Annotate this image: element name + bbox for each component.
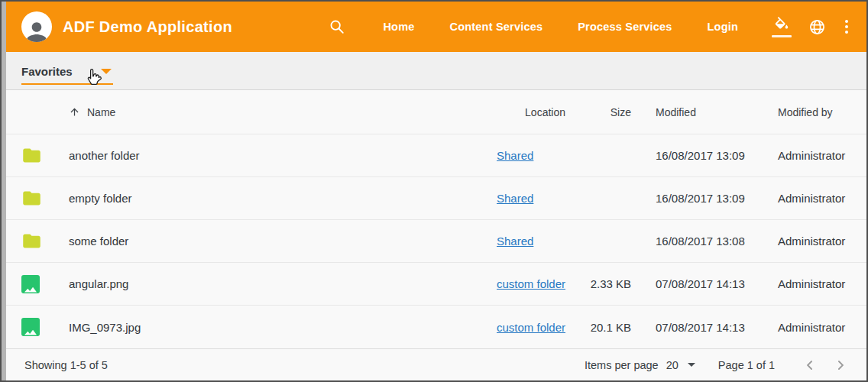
- current-view-label: Favorites: [21, 65, 73, 78]
- modified-date: 16/08/2017 13:09: [631, 149, 770, 162]
- view-selector-strip: Favorites: [6, 52, 866, 90]
- table-row[interactable]: empty folder Shared 16/08/2017 13:09 Adm…: [6, 177, 866, 220]
- location-link[interactable]: custom folder: [497, 321, 565, 334]
- modified-date: 07/08/2017 14:13: [631, 321, 770, 334]
- user-avatar-icon: [23, 18, 50, 42]
- view-dropdown[interactable]: Favorites: [21, 65, 113, 85]
- language-button[interactable]: [800, 18, 834, 36]
- table-row[interactable]: IMG_0973.jpg custom folder 20.1 KB 07/08…: [6, 306, 866, 348]
- table-body: another folder Shared 16/08/2017 13:09 A…: [6, 134, 866, 348]
- avatar[interactable]: [21, 11, 52, 42]
- modified-column-header[interactable]: Modified: [631, 106, 770, 118]
- location-link[interactable]: custom folder: [497, 277, 565, 290]
- chevron-left-icon: [802, 358, 818, 373]
- select-caret-icon: [688, 363, 695, 367]
- showing-count: Showing 1-5 of 5: [24, 359, 108, 371]
- nav-item-login[interactable]: Login: [690, 13, 756, 40]
- main-nav: Home Content Services Process Services L…: [365, 13, 756, 40]
- folder-icon: [21, 188, 42, 209]
- file-name[interactable]: some folder: [69, 235, 497, 248]
- next-page-button[interactable]: [825, 354, 856, 376]
- items-per-page-select[interactable]: Items per page 20: [585, 359, 695, 371]
- nav-item-content-services[interactable]: Content Services: [432, 13, 561, 40]
- file-name[interactable]: empty folder: [69, 192, 497, 205]
- modified-by: Administrator: [770, 277, 866, 290]
- location-link[interactable]: Shared: [497, 192, 533, 205]
- more-menu-icon: [845, 20, 848, 23]
- search-button[interactable]: [329, 18, 345, 35]
- header-icons: [763, 17, 854, 37]
- folder-icon: [21, 231, 42, 251]
- file-name[interactable]: angular.png: [69, 277, 497, 290]
- pagination-bar: Showing 1-5 of 5 Items per page 20 Page …: [6, 348, 866, 380]
- file-name[interactable]: another folder: [69, 149, 497, 162]
- name-column-header[interactable]: Name: [69, 106, 497, 118]
- location-link[interactable]: Shared: [497, 149, 533, 162]
- image-file-icon: [21, 275, 40, 293]
- modified-by: Administrator: [770, 149, 866, 162]
- file-name[interactable]: IMG_0973.jpg: [69, 321, 497, 334]
- location-link[interactable]: Shared: [497, 235, 533, 248]
- file-size: 2.33 KB: [570, 277, 631, 290]
- color-fill-underline: [772, 35, 792, 37]
- app-window: ADF Demo Application Home Content Servic…: [0, 0, 868, 382]
- page-info: Page 1 of 1: [718, 359, 775, 371]
- file-size: 20.1 KB: [570, 321, 631, 334]
- app-header: ADF Demo Application Home Content Servic…: [6, 2, 866, 52]
- modified-date: 16/08/2017 13:09: [631, 192, 770, 205]
- modified-by: Administrator: [770, 321, 866, 334]
- table-row[interactable]: another folder Shared 16/08/2017 13:09 A…: [6, 134, 866, 177]
- size-column-header[interactable]: Size: [570, 106, 631, 118]
- table-row[interactable]: some folder Shared 16/08/2017 13:08 Admi…: [6, 220, 866, 263]
- location-column-header[interactable]: Location: [497, 106, 570, 118]
- table-row[interactable]: angular.png custom folder 2.33 KB 07/08/…: [6, 263, 866, 306]
- table-header-row: Name Location Size Modified Modified by: [6, 90, 866, 134]
- document-list: Name Location Size Modified Modified by …: [6, 90, 866, 348]
- search-icon: [329, 18, 345, 35]
- previous-page-button[interactable]: [795, 354, 825, 376]
- modified-by: Administrator: [770, 192, 866, 205]
- items-per-page-value: 20: [666, 359, 679, 371]
- modified-date: 16/08/2017 13:08: [631, 235, 770, 248]
- nav-item-home[interactable]: Home: [365, 13, 432, 40]
- modified-date: 07/08/2017 14:13: [631, 277, 770, 290]
- theme-color-button[interactable]: [763, 17, 800, 37]
- more-menu-button[interactable]: [834, 20, 854, 34]
- chevron-right-icon: [833, 358, 848, 373]
- image-file-icon: [21, 318, 40, 336]
- modified-by: Administrator: [770, 235, 866, 248]
- modified-by-column-header[interactable]: Modified by: [770, 106, 866, 118]
- color-fill-icon: [773, 17, 790, 34]
- app-title: ADF Demo Application: [63, 18, 232, 36]
- dropdown-caret-icon: [101, 69, 112, 74]
- language-icon: [808, 18, 826, 36]
- folder-icon: [21, 145, 42, 166]
- sort-ascending-icon: [69, 106, 80, 118]
- nav-item-process-services[interactable]: Process Services: [560, 13, 689, 40]
